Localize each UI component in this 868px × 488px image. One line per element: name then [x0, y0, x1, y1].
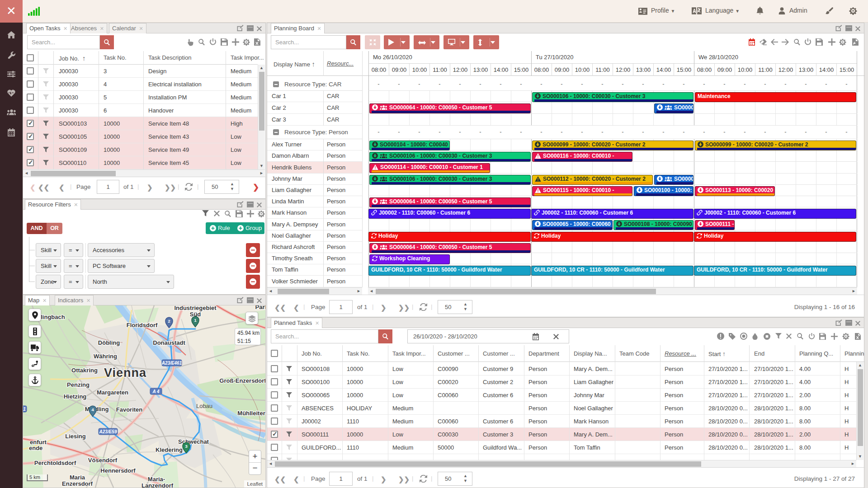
svg-text:Parb: Parb: [255, 305, 265, 310]
svg-text:Kledering: Kledering: [156, 446, 183, 453]
svg-text:Währing: Währing: [94, 353, 117, 360]
svg-text:A 4: A 4: [152, 389, 160, 394]
svg-text:3: 3: [185, 444, 188, 449]
svg-text:Meidling: Meidling: [85, 406, 109, 413]
svg-text:A23/E59: A23/E59: [99, 429, 117, 434]
svg-text:Maria-: Maria-: [148, 476, 165, 483]
svg-text:Döbling: Döbling: [98, 339, 120, 346]
svg-text:Groß-Enzersdorf: Groß-Enzersdorf: [219, 377, 265, 384]
svg-text:A23/E461: A23/E461: [161, 361, 182, 366]
svg-text:Schwechat: Schwechat: [178, 438, 209, 445]
svg-text:Vösendorf: Vösendorf: [88, 457, 118, 464]
svg-text:Favoriten: Favoriten: [116, 406, 143, 413]
svg-text:Lobau: Lobau: [196, 403, 212, 409]
svg-text:ende: ende: [29, 445, 42, 451]
svg-text:Mühlleiter: Mühlleiter: [237, 410, 265, 417]
svg-text:Enzersdorf: Enzersdorf: [62, 480, 93, 487]
svg-text:1: 1: [194, 318, 197, 323]
svg-text:Floridsdorf: Floridsdorf: [127, 322, 158, 328]
svg-text:Vienna: Vienna: [104, 366, 146, 380]
svg-text:dlingbach: dlingbach: [37, 314, 65, 320]
svg-text:Maria: Maria: [70, 474, 85, 481]
svg-text:Penzing: Penzing: [67, 381, 90, 388]
svg-text:Hennersdorf: Hennersdorf: [100, 467, 136, 474]
svg-text:2: 2: [168, 319, 170, 324]
svg-text:Lanzendorf: Lanzendorf: [142, 482, 174, 488]
svg-text:Margareten: Margareten: [97, 389, 128, 396]
svg-text:Perchtoldsdorf: Perchtoldsdorf: [34, 460, 76, 466]
svg-text:Donaustadt: Donaustadt: [153, 339, 185, 346]
svg-text:Ottakring: Ottakring: [71, 367, 98, 374]
svg-text:Liesing: Liesing: [65, 433, 86, 440]
svg-text:1: 1: [23, 407, 26, 412]
svg-text:4: 4: [91, 407, 94, 412]
svg-text:Hietzing: Hietzing: [64, 393, 87, 400]
